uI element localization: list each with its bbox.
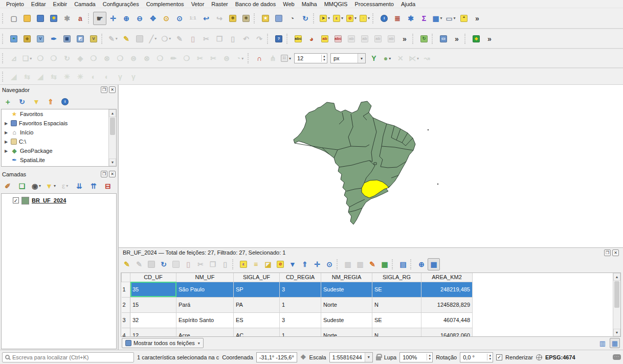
highlight-pinned-labels-icon[interactable]: abc: [331, 32, 345, 46]
scroll-down-icon[interactable]: ▼: [613, 329, 620, 336]
map-canvas[interactable]: [119, 85, 623, 247]
measure-icon[interactable]: ▭▾: [444, 12, 457, 25]
snap-units-combo[interactable]: px▾: [330, 53, 366, 63]
spinner-arrows[interactable]: ▲▼: [321, 55, 327, 61]
zoom-last-icon[interactable]: ↩: [199, 12, 213, 25]
cell-area_km2[interactable]: 248219,485: [421, 282, 473, 297]
attr-conditional-format-icon[interactable]: ▦: [379, 258, 391, 270]
browser-item-favoritos-espaciais[interactable]: ▶Favoritos Espaciais: [2, 119, 116, 128]
help-contents-icon[interactable]: ?: [272, 32, 285, 46]
select-by-expression-icon[interactable]: ε▾: [331, 12, 345, 25]
cell-sigla_rg[interactable]: N: [372, 297, 421, 312]
table-row[interactable]: 412AcreAC1NorteN164082,060: [122, 328, 473, 337]
layers-add-group-icon[interactable]: ❏: [15, 179, 29, 193]
menu-item-exibir[interactable]: Exibir: [50, 1, 71, 7]
locator-search[interactable]: [2, 352, 134, 362]
cell-cd_regia[interactable]: 1: [280, 297, 321, 312]
browser-close-icon[interactable]: ✕: [109, 86, 116, 93]
scroll-down-icon[interactable]: ▼: [109, 158, 116, 166]
table-row[interactable]: 332Espírito SantoES3SudesteSE46074,448: [122, 312, 473, 328]
menu-item-web[interactable]: Web: [280, 1, 297, 7]
menu-item-mmqgis[interactable]: MMQGIS: [321, 1, 351, 7]
attribute-float-icon[interactable]: ❐: [604, 249, 611, 256]
new-mesh-layer-icon[interactable]: ◩: [74, 32, 87, 46]
new-bookmark-icon[interactable]: ★: [259, 12, 272, 25]
show-bookmarks-icon[interactable]: [272, 12, 285, 25]
menu-item-vetor[interactable]: Vetor: [188, 1, 208, 7]
attr-zoom-icon[interactable]: ⊕: [415, 258, 428, 270]
statistics-icon[interactable]: ≣: [391, 12, 404, 25]
plugin-overflow-icon[interactable]: »: [450, 32, 463, 46]
browser-item-geopackage[interactable]: ▶◆GeoPackage: [2, 146, 116, 155]
messages-icon[interactable]: ···: [613, 354, 621, 360]
menu-item-editar[interactable]: Editar: [28, 1, 49, 7]
cell-nm_regia[interactable]: Norte: [321, 328, 372, 337]
cell-sigla_uf[interactable]: AC: [234, 328, 280, 337]
cell-nm_regia[interactable]: Norte: [321, 297, 372, 312]
layers-remove-icon[interactable]: ⊟: [101, 179, 115, 193]
chevron-down-icon[interactable]: ▾: [358, 54, 365, 63]
project-properties-icon[interactable]: ✱: [60, 12, 74, 25]
layer-item-br-uf-2024[interactable]: ✓ BR_UF_2024: [2, 194, 116, 205]
cell-cd_regia[interactable]: 3: [280, 282, 321, 297]
menu-item-banco-de-dados[interactable]: Banco de dados: [232, 1, 279, 7]
pin-labels-icon[interactable]: ab: [318, 32, 331, 46]
layer-checkbox[interactable]: ✓: [13, 197, 19, 203]
snap-tolerance-spinner[interactable]: 12▲▼: [294, 53, 327, 63]
layers-collapse-all-icon[interactable]: ⇈: [87, 179, 100, 193]
row-number[interactable]: 1: [122, 282, 130, 297]
scale-combo[interactable]: 1:55816244 ▾: [329, 352, 373, 362]
attr-filter-icon[interactable]: ▼: [286, 258, 299, 270]
attr-invert-selection-icon[interactable]: ◪: [262, 258, 274, 270]
sum-features-icon[interactable]: Σ: [417, 12, 431, 25]
browser-item-favoritos[interactable]: ★Favoritos: [2, 109, 116, 119]
attr-pan-to-selection-icon[interactable]: ✛: [311, 258, 323, 270]
new-geopackage-icon[interactable]: ◆: [20, 32, 34, 46]
coordinate-box[interactable]: -31,1° -125,6°: [256, 352, 297, 362]
menu-item-ajuda[interactable]: Ajuda: [398, 1, 418, 7]
menu-item-malha[interactable]: Malha: [299, 1, 320, 7]
cell-sigla_uf[interactable]: SP: [234, 282, 280, 297]
cell-sigla_rg[interactable]: SE: [372, 312, 421, 328]
row-number[interactable]: 3: [122, 312, 130, 328]
browser-properties-icon[interactable]: i: [58, 95, 72, 108]
new-spatialite-icon[interactable]: ✒: [47, 32, 60, 46]
extents-icon[interactable]: ❖: [300, 354, 306, 360]
zoom-to-selection-icon[interactable]: ⊙: [160, 12, 173, 25]
attr-move-selection-top-icon[interactable]: ⇑: [299, 258, 311, 270]
layers-filter-legend-icon[interactable]: ▼▾: [44, 179, 57, 193]
table-view-button[interactable]: ▦: [610, 338, 620, 348]
save-project-icon[interactable]: [34, 12, 47, 25]
layers-visibility-icon[interactable]: ◉▾: [30, 179, 43, 193]
cell-cd_regia[interactable]: 3: [280, 312, 321, 328]
layers-expand-all-icon[interactable]: ⇊: [73, 179, 86, 193]
zoom-full-icon[interactable]: ✥: [146, 12, 160, 25]
browser-add-layer-icon[interactable]: ＋: [1, 95, 14, 108]
column-header-sigla_uf[interactable]: SIGLA_UF: [234, 273, 280, 282]
layers-float-icon[interactable]: ❐: [101, 171, 107, 177]
cell-nm_regia[interactable]: Sudeste: [321, 312, 372, 328]
chevron-down-icon[interactable]: ▾: [365, 353, 372, 362]
attr-zoom-to-selection-icon[interactable]: ⊙: [323, 258, 336, 270]
lock-scale-icon[interactable]: [376, 356, 381, 360]
new-shapefile-icon[interactable]: V: [34, 32, 47, 46]
attr-field-calculator-icon[interactable]: ✎: [366, 258, 379, 270]
expand-arrow-icon[interactable]: ▶: [4, 130, 9, 135]
new-3d-map-view-icon[interactable]: ✱: [239, 12, 253, 25]
avoid-overlap-icon[interactable]: ●▾: [381, 52, 394, 65]
attr-dock-icon[interactable]: ▤: [397, 258, 409, 270]
cell-area_km2[interactable]: 1245828,829: [421, 297, 473, 312]
attr-reload-icon[interactable]: ↻: [158, 258, 170, 270]
attr-select-all-icon[interactable]: ≡: [250, 258, 262, 270]
layers-style-manager-icon[interactable]: ✐: [1, 179, 14, 193]
cell-nm_regia[interactable]: Sudeste: [321, 282, 372, 297]
temporal-controller-icon[interactable]: ◔: [285, 12, 299, 25]
deselect-features-icon[interactable]: ⊘▾: [345, 12, 358, 25]
feature-filter-button[interactable]: Mostrar todos os feições ▾: [122, 338, 204, 348]
attribute-table-scrollbar[interactable]: ▲ ▼: [613, 273, 620, 336]
cell-sigla_rg[interactable]: N: [372, 328, 421, 337]
attr-toggle-editing-icon[interactable]: ✎: [121, 258, 133, 270]
save-project-as-icon[interactable]: ✱: [47, 12, 60, 25]
cell-nm_uf[interactable]: Espírito Santo: [176, 312, 234, 328]
menu-item-raster[interactable]: Raster: [208, 1, 231, 7]
